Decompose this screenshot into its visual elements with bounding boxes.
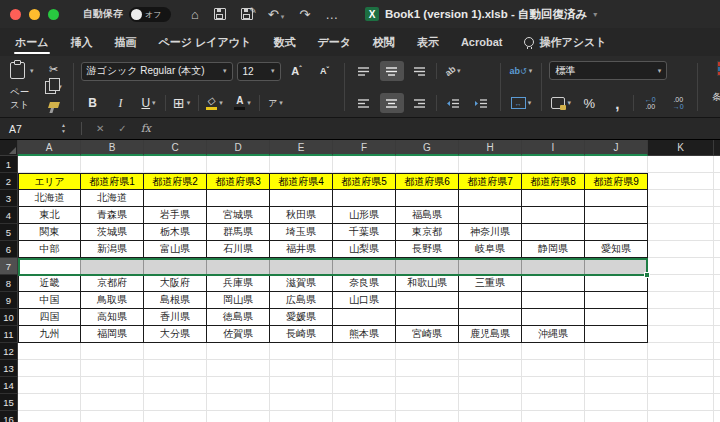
cell-I11[interactable]: 沖縄県 xyxy=(522,326,585,343)
cell-C1[interactable] xyxy=(144,156,207,173)
cell-A3[interactable]: 北海道 xyxy=(18,190,81,207)
row-header-9[interactable]: 9 xyxy=(0,292,18,309)
cell-J16[interactable] xyxy=(585,411,648,422)
cell-I4[interactable] xyxy=(522,207,585,224)
cell-D10[interactable]: 徳島県 xyxy=(207,309,270,326)
undo-button[interactable]: ↶▾ xyxy=(268,5,284,23)
cell-H11[interactable]: 鹿児島県 xyxy=(459,326,522,343)
cell-I13[interactable] xyxy=(522,360,585,377)
column-header-I[interactable]: I xyxy=(522,140,585,156)
cell-K12[interactable] xyxy=(648,343,714,360)
cell-F9[interactable]: 山口県 xyxy=(333,292,396,309)
autosave-toggle[interactable]: オフ xyxy=(129,7,171,22)
cell-B13[interactable] xyxy=(81,360,144,377)
column-header-H[interactable]: H xyxy=(459,140,522,156)
cell-A16[interactable] xyxy=(18,411,81,422)
cell-G15[interactable] xyxy=(396,394,459,411)
cell-B4[interactable]: 青森県 xyxy=(81,207,144,224)
cell-C12[interactable] xyxy=(144,343,207,360)
cell-B14[interactable] xyxy=(81,377,144,394)
cell-C3[interactable] xyxy=(144,190,207,207)
cell-G13[interactable] xyxy=(396,360,459,377)
row-header-13[interactable]: 13 xyxy=(0,360,18,377)
cell-A1[interactable] xyxy=(18,156,81,173)
cell-D8[interactable]: 兵庫県 xyxy=(207,275,270,292)
tab-insert[interactable]: 挿入 xyxy=(60,28,104,56)
cell-C11[interactable]: 大分県 xyxy=(144,326,207,343)
cell-B9[interactable]: 鳥取県 xyxy=(81,292,144,309)
column-header-K[interactable]: K xyxy=(648,140,714,156)
cell-E3[interactable] xyxy=(270,190,333,207)
cell-G5[interactable]: 東京都 xyxy=(396,224,459,241)
cell-D2[interactable]: 都道府県3 xyxy=(207,173,270,190)
cell-D15[interactable] xyxy=(207,394,270,411)
select-all-corner[interactable] xyxy=(0,140,18,156)
row-header-16[interactable]: 16 xyxy=(0,411,18,422)
cell-C6[interactable]: 富山県 xyxy=(144,241,207,258)
column-header-J[interactable]: J xyxy=(585,140,648,156)
cell-C9[interactable]: 島根県 xyxy=(144,292,207,309)
align-top-button[interactable] xyxy=(352,61,376,81)
row-header-1[interactable]: 1 xyxy=(0,156,18,173)
row-header-11[interactable]: 11 xyxy=(0,326,18,343)
cell-F14[interactable] xyxy=(333,377,396,394)
cell-H14[interactable] xyxy=(459,377,522,394)
title-chevron-icon[interactable]: ▾ xyxy=(593,10,597,19)
cell-F2[interactable]: 都道府県5 xyxy=(333,173,396,190)
cell-G9[interactable] xyxy=(396,292,459,309)
cell-I6[interactable]: 静岡県 xyxy=(522,241,585,258)
tab-data[interactable]: データ xyxy=(306,28,362,56)
cell-A4[interactable]: 東北 xyxy=(18,207,81,224)
cell-D1[interactable] xyxy=(207,156,270,173)
selection-fill-handle[interactable] xyxy=(644,272,650,278)
cell-K1[interactable] xyxy=(648,156,714,173)
cell-D12[interactable] xyxy=(207,343,270,360)
column-header-F[interactable]: F xyxy=(333,140,396,156)
cell-K7[interactable] xyxy=(648,258,714,275)
cell-E7[interactable] xyxy=(270,258,333,275)
cell-F7[interactable] xyxy=(333,258,396,275)
cell-G6[interactable]: 長野県 xyxy=(396,241,459,258)
cell-E9[interactable]: 広島県 xyxy=(270,292,333,309)
cell-G12[interactable] xyxy=(396,343,459,360)
decrease-indent-button[interactable] xyxy=(441,93,465,113)
row-header-14[interactable]: 14 xyxy=(0,377,18,394)
cell-J9[interactable] xyxy=(585,292,648,309)
cell-J5[interactable] xyxy=(585,224,648,241)
cell-F13[interactable] xyxy=(333,360,396,377)
increase-font-button[interactable]: Aˆ xyxy=(285,61,309,81)
tab-page-layout[interactable]: ページ レイアウト xyxy=(148,28,263,56)
cell-I1[interactable] xyxy=(522,156,585,173)
fill-color-button[interactable]: ◇ ▾ xyxy=(203,93,227,113)
cell-E1[interactable] xyxy=(270,156,333,173)
cell-H1[interactable] xyxy=(459,156,522,173)
cell-J7[interactable] xyxy=(585,258,648,275)
cell-B12[interactable] xyxy=(81,343,144,360)
cell-J1[interactable] xyxy=(585,156,648,173)
cell-H4[interactable] xyxy=(459,207,522,224)
cell-D3[interactable] xyxy=(207,190,270,207)
cell-K6[interactable] xyxy=(648,241,714,258)
cell-B15[interactable] xyxy=(81,394,144,411)
cell-B6[interactable]: 新潟県 xyxy=(81,241,144,258)
cell-E14[interactable] xyxy=(270,377,333,394)
cell-C7[interactable] xyxy=(144,258,207,275)
cell-I8[interactable] xyxy=(522,275,585,292)
cell-K5[interactable] xyxy=(648,224,714,241)
align-center-button[interactable] xyxy=(380,93,404,113)
cell-K2[interactable] xyxy=(648,173,714,190)
cell-I12[interactable] xyxy=(522,343,585,360)
row-header-6[interactable]: 6 xyxy=(0,241,18,258)
cell-H3[interactable] xyxy=(459,190,522,207)
cell-G3[interactable] xyxy=(396,190,459,207)
cell-K14[interactable] xyxy=(648,377,714,394)
cell-A13[interactable] xyxy=(18,360,81,377)
cell-K8[interactable] xyxy=(648,275,714,292)
cell-J2[interactable]: 都道府県9 xyxy=(585,173,648,190)
name-box-stepper[interactable]: ▲ ▼ xyxy=(61,123,66,134)
cell-J11[interactable] xyxy=(585,326,648,343)
cell-G11[interactable]: 宮崎県 xyxy=(396,326,459,343)
cell-I2[interactable]: 都道府県8 xyxy=(522,173,585,190)
cell-A6[interactable]: 中部 xyxy=(18,241,81,258)
save-icon[interactable] xyxy=(214,8,226,20)
